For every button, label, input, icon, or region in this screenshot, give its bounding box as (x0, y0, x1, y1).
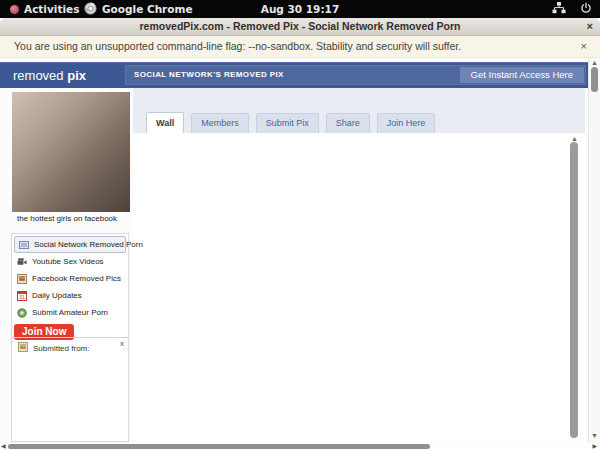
video-camera-icon (17, 257, 27, 267)
tab-members[interactable]: Members (191, 113, 249, 133)
sidebar-item-daily-updates[interactable]: 31 Daily Updates (12, 287, 128, 304)
sidebar-item-youtube-sex-videos[interactable]: Youtube Sex Videos (12, 253, 128, 270)
tab-share[interactable]: Share (326, 113, 370, 133)
submitted-from-close-button[interactable]: x (120, 339, 124, 348)
sidebar-item-social-network-removed-porn[interactable]: Social Network Removed Porn (14, 236, 126, 253)
content-scrollbar[interactable]: ▲ (568, 133, 581, 443)
window-scrollbar[interactable]: ▲ ▼ (588, 58, 600, 443)
photo-icon (17, 274, 27, 284)
calendar-day: 31 (19, 294, 25, 300)
sidebar-item-label: Daily Updates (32, 291, 82, 300)
window-titlebar[interactable]: removedPix.com - Removed Pix - Social Ne… (0, 18, 600, 36)
horizontal-scrollbar-thumb[interactable] (8, 444, 430, 449)
tabs-band: Wall Members Submit Pix Share Join Here (133, 88, 585, 133)
network-icon[interactable] (552, 2, 566, 16)
window-scroll-down-arrow[interactable]: ▼ (589, 432, 600, 440)
tab-submit-pix[interactable]: Submit Pix (256, 113, 319, 133)
photo-icon (18, 342, 28, 354)
infobar-message: You are using an unsupported command-lin… (14, 40, 461, 52)
infobar-close-button[interactable]: × (581, 36, 587, 57)
calendar-icon: 31 (17, 291, 27, 301)
tab-row: Wall Members Submit Pix Share Join Here (146, 112, 435, 133)
profile-photo-placeholder[interactable] (12, 92, 130, 212)
page-body: Wall Members Submit Pix Share Join Here … (0, 88, 600, 443)
site-header: removed pix SOCIAL NETWORK'S REMOVED PIX… (0, 62, 600, 88)
sidebar-item-label: Submit Amateur Porn (32, 308, 108, 317)
banner-title: SOCIAL NETWORK'S REMOVED PIX (134, 66, 284, 84)
content-scrollbar-thumb[interactable] (570, 142, 578, 438)
horizontal-scrollbar[interactable]: ◀ ▶ (0, 443, 600, 450)
clock[interactable]: Aug 30 19:17 (0, 0, 600, 18)
site-logo[interactable]: removed pix (13, 63, 86, 88)
submitted-from-box: Submitted from: x (12, 337, 128, 441)
sidebar-item-label: Youtube Sex Videos (32, 257, 104, 266)
site-logo-second: pix (67, 68, 86, 83)
header-banner: SOCIAL NETWORK'S REMOVED PIX Get Instant… (125, 65, 586, 85)
sidebar-menu-box: Social Network Removed Porn Youtube Sex … (11, 233, 129, 442)
tab-wall[interactable]: Wall (146, 112, 184, 133)
scroll-left-arrow[interactable]: ◀ (1, 443, 6, 450)
camera-icon (17, 308, 27, 318)
get-access-button[interactable]: Get Instant Access Here (460, 67, 584, 83)
window-scroll-up-arrow[interactable]: ▲ (589, 59, 600, 67)
power-icon[interactable] (580, 2, 592, 16)
system-top-bar: Activities Google Chrome Aug 30 19:17 (0, 0, 600, 18)
sidebar-item-label: Social Network Removed Porn (34, 240, 143, 249)
site-logo-first: removed (13, 68, 67, 83)
submitted-from-label: Submitted from: (33, 344, 89, 353)
note-icon (19, 240, 29, 250)
sidebar-item-submit-amateur-porn[interactable]: Submit Amateur Porn (12, 304, 128, 321)
wall-content-area: ▲ (133, 133, 585, 443)
window-close-button[interactable]: × (587, 18, 593, 35)
window-scrollbar-thumb[interactable] (591, 67, 598, 92)
photo-caption: the hottest girls on facebook (17, 214, 117, 223)
sidebar-item-facebook-removed-pics[interactable]: Facebook Removed Pics (12, 270, 128, 287)
sandbox-warning-infobar: You are using an unsupported command-lin… (0, 36, 600, 58)
scroll-right-arrow[interactable]: ▶ (592, 443, 597, 450)
sidebar-item-label: Facebook Removed Pics (32, 274, 121, 283)
window-title: removedPix.com - Removed Pix - Social Ne… (140, 20, 461, 32)
tab-join-here[interactable]: Join Here (377, 113, 436, 133)
